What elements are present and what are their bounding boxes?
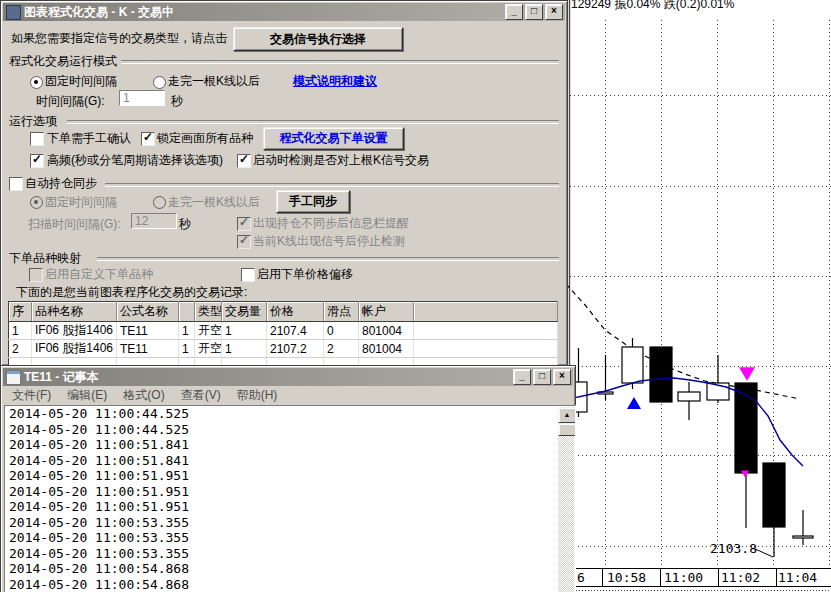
notify-checkbox[interactable] <box>237 217 251 231</box>
notify-label: 出现持仓不同步后信息栏提醒 <box>253 215 409 232</box>
price-offset-label: 启用下单价格偏移 <box>257 266 353 283</box>
lock-all-checkbox[interactable] <box>141 132 155 146</box>
custom-symbol-checkbox[interactable] <box>29 268 43 282</box>
group-divider <box>67 120 559 124</box>
vertical-scrollbar[interactable]: ▲ <box>558 407 574 592</box>
mode-help-link[interactable]: 模式说明和建议 <box>293 73 377 90</box>
scan-interval-unit: 秒 <box>179 216 191 233</box>
log-line: 2014-05-20 11:00:54.868 <box>5 561 575 577</box>
axis-label: 6 <box>577 570 585 585</box>
table-cell: 1 <box>222 322 267 340</box>
radio-fixed-interval[interactable] <box>30 76 43 89</box>
table-cell: 1 <box>179 340 195 358</box>
table-header-row: 序品种名称公式名称类型交易量价格滑点帐户 <box>9 302 558 322</box>
high-freq-checkbox[interactable] <box>30 154 44 168</box>
trade-records-table[interactable]: 序品种名称公式名称类型交易量价格滑点帐户1IF06 股指1406TE111开空1… <box>8 301 558 373</box>
custom-symbol-label: 启用自定义下单品种 <box>45 266 153 283</box>
table-cell: 0 <box>324 322 359 340</box>
log-line: 2014-05-20 11:00:54.868 <box>5 577 575 592</box>
interval-unit: 秒 <box>171 93 183 110</box>
notepad-title: TE11 - 记事本 <box>24 369 99 386</box>
candle-body <box>763 463 785 527</box>
high-freq-label: 高频(秒或分笔周期请选择该选项) <box>47 152 223 169</box>
stop-detect-checkbox[interactable] <box>237 235 251 249</box>
column-header[interactable]: 交易量 <box>222 302 267 322</box>
minimize-button[interactable]: _ <box>505 4 523 20</box>
group-divider <box>121 60 559 64</box>
log-line: 2014-05-20 11:00:53.355 <box>5 515 575 531</box>
maximize-button[interactable]: □ <box>525 4 543 20</box>
table-cell: IF06 股指1406 <box>32 340 117 358</box>
table-cell: 开空 <box>195 322 222 340</box>
sync-radio-after-bar[interactable] <box>153 196 166 209</box>
quote-info-line: 129249 振0.04% 跌(0.2)0.01% <box>571 0 734 13</box>
close-button[interactable]: × <box>545 4 563 20</box>
order-settings-button[interactable]: 程式化交易下单设置 <box>263 127 404 150</box>
minimize-button[interactable]: _ <box>513 369 531 385</box>
notepad-window[interactable]: TE11 - 记事本 _ □ × 文件(F)编辑(E)格式(O)查看(V)帮助(… <box>0 365 576 592</box>
table-cell: 2107.2 <box>267 340 324 358</box>
interval-input[interactable] <box>119 90 165 106</box>
scan-interval-input[interactable] <box>131 213 177 229</box>
check-on-start-checkbox[interactable] <box>237 154 251 168</box>
manual-confirm-label: 下单需手工确认 <box>47 130 131 147</box>
scroll-up-icon[interactable]: ▲ <box>558 407 576 423</box>
log-line: 2014-05-20 11:00:51.841 <box>5 437 575 453</box>
strategy-trade-dialog[interactable]: 图表程式化交易 - K - 交易中 _ □ × 如果您需要指定信号的交易类型，请… <box>0 0 568 366</box>
table-cell: 1 <box>179 322 195 340</box>
table-cell: TE11 <box>117 322 179 340</box>
column-header[interactable]: 品种名称 <box>32 302 117 322</box>
dialog-titlebar[interactable]: 图表程式化交易 - K - 交易中 _ □ × <box>3 3 565 21</box>
dialog-icon <box>6 5 21 20</box>
lock-all-label: 锁定画面所有品种 <box>157 130 253 147</box>
table-row[interactable]: 2IF06 股指1406TE111开空12107.22801004 <box>9 340 558 358</box>
axis-label: 11:04 <box>778 570 817 585</box>
menu-item-3[interactable]: 查看(V) <box>173 386 229 405</box>
candle-body <box>735 383 757 473</box>
run-group-title: 运行选项 <box>9 113 57 130</box>
ma-line <box>560 378 803 466</box>
menu-item-4[interactable]: 帮助(H) <box>229 386 286 405</box>
axis-label: 11:00 <box>664 570 703 585</box>
column-header[interactable]: 帐户 <box>359 302 414 322</box>
table-cell: 2107.4 <box>267 322 324 340</box>
column-header[interactable] <box>414 302 558 322</box>
close-button[interactable]: × <box>553 369 571 385</box>
table-cell: 开空 <box>195 340 222 358</box>
candle-body <box>622 347 643 383</box>
menu-item-1[interactable]: 编辑(E) <box>59 386 115 405</box>
log-line: 2014-05-20 11:00:53.355 <box>5 530 575 546</box>
signal-select-button[interactable]: 交易信号执行选择 <box>233 27 403 51</box>
sync-radio-after-bar-label: 走完一根K线以后 <box>168 194 260 211</box>
table-cell <box>414 322 558 340</box>
column-header[interactable]: 类型 <box>195 302 222 322</box>
menu-item-2[interactable]: 格式(O) <box>115 386 172 405</box>
notepad-text-area[interactable]: 2014-05-20 11:00:44.5252014-05-20 11:00:… <box>4 405 576 592</box>
dashed-ma-line <box>566 284 800 399</box>
sell-signal-icon <box>739 367 755 381</box>
column-header[interactable] <box>179 302 195 322</box>
auto-sync-checkbox[interactable] <box>9 177 23 191</box>
column-header[interactable]: 公式名称 <box>117 302 179 322</box>
log-line: 2014-05-20 11:00:51.841 <box>5 453 575 469</box>
table-cell: TE11 <box>117 340 179 358</box>
scroll-thumb[interactable] <box>558 423 576 436</box>
sync-radio-fixed[interactable] <box>30 196 43 209</box>
interval-label: 时间间隔(G): <box>36 93 105 110</box>
log-line: 2014-05-20 11:00:51.951 <box>5 499 575 515</box>
manual-confirm-checkbox[interactable] <box>30 132 44 146</box>
column-header[interactable]: 序 <box>9 302 32 322</box>
log-line: 2014-05-20 11:00:51.951 <box>5 468 575 484</box>
price-offset-checkbox[interactable] <box>241 268 255 282</box>
radio-after-bar[interactable] <box>153 76 166 89</box>
column-header[interactable]: 滑点 <box>324 302 359 322</box>
column-header[interactable]: 价格 <box>267 302 324 322</box>
sync-radio-fixed-label: 固定时间间隔 <box>45 194 117 211</box>
table-row[interactable]: 1IF06 股指1406TE111开空12107.40801004 <box>9 322 558 340</box>
maximize-button[interactable]: □ <box>533 369 551 385</box>
table-cell: 801004 <box>359 340 414 358</box>
stop-detect-label: 当前K线出现信号后停止检测 <box>253 233 405 250</box>
manual-sync-button[interactable]: 手工同步 <box>276 190 350 213</box>
notepad-titlebar[interactable]: TE11 - 记事本 _ □ × <box>3 368 573 386</box>
menu-item-0[interactable]: 文件(F) <box>4 386 59 405</box>
